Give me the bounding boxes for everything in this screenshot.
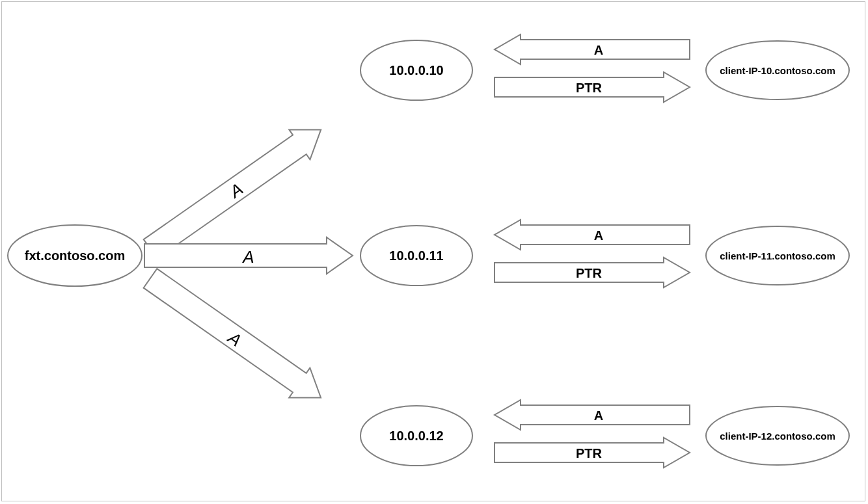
source-label: fxt.contoso.com	[25, 248, 125, 263]
ptr-arrow-client-2: PTR	[495, 438, 690, 468]
a-arrow-client-1-label: A	[594, 228, 603, 243]
client-label-1: client-IP-11.contoso.com	[720, 250, 835, 261]
a-arrow-client-2: A	[495, 400, 690, 430]
a-arrow-client-0: A	[495, 34, 690, 64]
ptr-arrow-client-0: PTR	[495, 72, 690, 102]
ip-label-0: 10.0.0.10	[389, 63, 443, 77]
a-arrow-client-2-label: A	[594, 408, 603, 423]
client-label-0: client-IP-10.contoso.com	[720, 65, 835, 76]
dns-diagram: fxt.contoso.com 10.0.0.10 10.0.0.11 10.0…	[0, 0, 868, 504]
a-arrow-client-1: A	[495, 220, 690, 250]
client-label-2: client-IP-12.contoso.com	[720, 431, 835, 442]
a-arrow-src-0: A	[140, 114, 331, 263]
ptr-arrow-client-1-label: PTR	[576, 266, 603, 280]
ptr-arrow-client-2-label: PTR	[576, 446, 603, 460]
a-arrow-src-1-label: A	[241, 247, 254, 267]
a-arrow-src-2: A	[140, 263, 331, 412]
ip-label-2: 10.0.0.12	[389, 429, 443, 443]
a-arrow-client-0-label: A	[594, 43, 603, 57]
ptr-arrow-client-0-label: PTR	[576, 81, 603, 95]
ptr-arrow-client-1: PTR	[495, 258, 690, 287]
ip-label-1: 10.0.0.11	[389, 248, 443, 263]
